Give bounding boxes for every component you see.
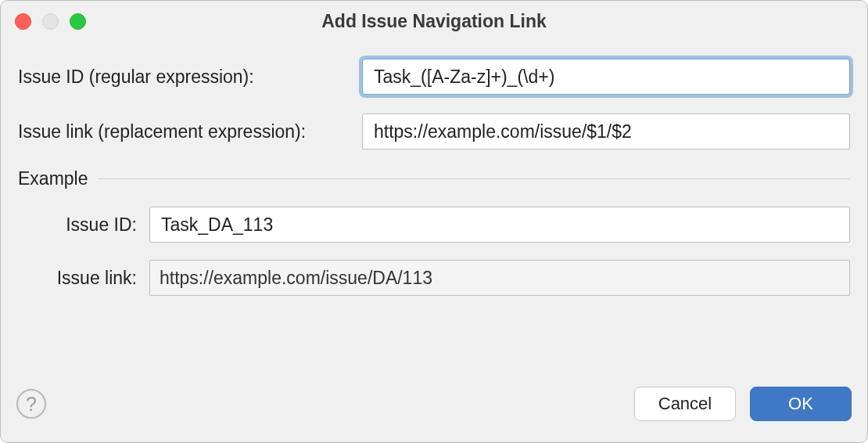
issue-id-input[interactable]	[372, 66, 840, 88]
example-id-input-wrap[interactable]	[149, 207, 850, 243]
close-icon[interactable]	[15, 13, 31, 30]
issue-link-row: Issue link (replacement expression):	[18, 113, 850, 149]
minimize-icon	[42, 13, 59, 30]
window-controls	[15, 13, 86, 30]
help-icon: ?	[26, 393, 37, 416]
issue-id-row: Issue ID (regular expression):	[18, 59, 850, 95]
dialog-content: Issue ID (regular expression): Issue lin…	[1, 41, 867, 375]
example-section-header: Example	[18, 168, 850, 189]
example-link-label: Issue link:	[40, 268, 149, 289]
dialog-footer: ? Cancel OK	[1, 375, 867, 442]
issue-id-label: Issue ID (regular expression):	[18, 67, 362, 88]
issue-link-label: Issue link (replacement expression):	[18, 121, 362, 142]
cancel-button[interactable]: Cancel	[634, 387, 736, 421]
example-link-output: https://example.com/issue/DA/113	[149, 260, 850, 296]
ok-button[interactable]: OK	[750, 387, 852, 421]
example-id-row: Issue ID:	[18, 207, 850, 243]
example-header-label: Example	[18, 168, 88, 189]
example-id-label: Issue ID:	[40, 214, 149, 236]
issue-link-input-wrap[interactable]	[362, 113, 850, 149]
window-title: Add Issue Navigation Link	[1, 11, 867, 32]
divider-line	[99, 178, 850, 179]
titlebar: Add Issue Navigation Link	[1, 1, 867, 41]
example-link-row: Issue link: https://example.com/issue/DA…	[18, 260, 850, 296]
help-button[interactable]: ?	[16, 389, 46, 419]
dialog-window: Add Issue Navigation Link Issue ID (regu…	[0, 0, 868, 443]
fields-group: Issue ID (regular expression): Issue lin…	[18, 59, 850, 149]
zoom-icon[interactable]	[70, 13, 86, 30]
example-group: Issue ID: Issue link: https://example.co…	[18, 207, 850, 296]
issue-link-input[interactable]	[372, 121, 840, 143]
example-id-input[interactable]	[160, 214, 840, 236]
issue-id-input-wrap[interactable]	[362, 59, 850, 95]
